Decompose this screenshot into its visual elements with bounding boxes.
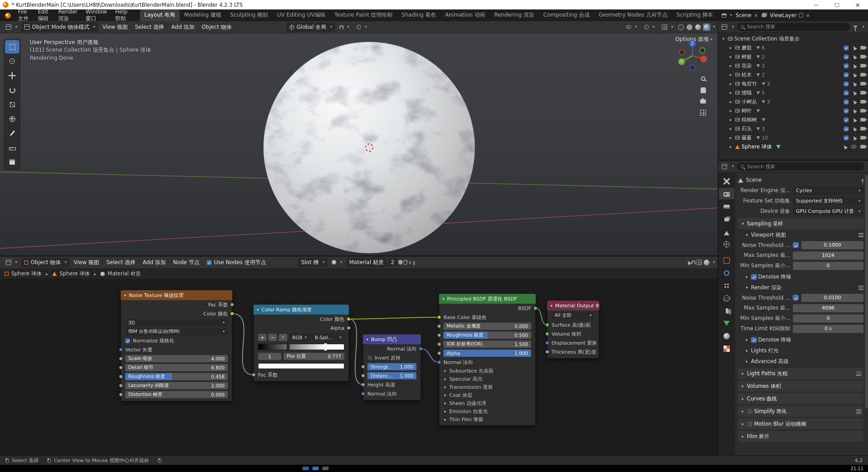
viewport-menu-object[interactable]: Object 物体 [199, 22, 235, 32]
material-name-field[interactable]: Material 材质 [346, 258, 387, 267]
properties-editor-icon[interactable] [722, 164, 727, 169]
subsection-lights[interactable]: ▸Lights 灯光 [744, 346, 863, 355]
menu-edit[interactable]: Edit 编辑 [34, 9, 54, 21]
node-overlay-icon[interactable] [696, 260, 702, 265]
slot-select[interactable]: Slot 槽▾ [298, 258, 328, 267]
filter-icon[interactable] [853, 26, 858, 28]
shader-menu-view[interactable]: View 视图 [71, 258, 102, 267]
taskbar-icon[interactable] [293, 467, 299, 470]
socket-surface-input[interactable] [545, 323, 549, 327]
viewport-menu-add[interactable]: Add 添加 [168, 22, 198, 32]
tab-view-layer[interactable] [719, 213, 734, 225]
tool-add-cube[interactable] [5, 155, 19, 169]
section-film[interactable]: ▸Film 胶片 [738, 431, 863, 442]
menu-window[interactable]: Window 窗口 [81, 9, 111, 21]
stop-color-swatch[interactable] [258, 363, 344, 369]
socket-bsdf-roughness-input[interactable] [437, 333, 441, 337]
taskbar-icon[interactable] [322, 467, 329, 470]
use-nodes-checkbox[interactable] [207, 260, 212, 265]
selectable-icon[interactable] [852, 45, 857, 50]
collection-checkbox[interactable] [844, 126, 849, 131]
collection-checkbox[interactable] [844, 81, 849, 86]
socket-scale-input[interactable] [119, 357, 123, 361]
bsdf-section-coat[interactable]: ▸Coat 涂层 [439, 391, 535, 399]
viewport-max-samples-field[interactable]: 1024 [793, 252, 863, 260]
render-visibility-icon[interactable] [860, 73, 865, 76]
socket-base-color-input[interactable] [437, 315, 441, 319]
motion-blur-checkbox[interactable] [747, 421, 753, 427]
socket-ior-input[interactable] [437, 342, 441, 346]
render-visibility-icon[interactable] [860, 118, 865, 121]
shading-rendered-button[interactable] [703, 23, 710, 31]
node-bump[interactable]: ▾Bump 凹凸 Normal 法向 Invert 反转 Strengt...1… [363, 334, 421, 400]
socket-detail-input[interactable] [119, 366, 123, 370]
add-stop-button[interactable]: + [258, 334, 267, 341]
scene-browse-icon[interactable] [722, 13, 727, 18]
selectable-icon[interactable] [852, 90, 857, 95]
socket-color-output[interactable] [230, 312, 234, 316]
outliner-row-2[interactable]: ▸花朵2 [718, 61, 868, 70]
bump-node-header[interactable]: ▾Bump 凹凸 [363, 334, 421, 344]
close-button[interactable]: × [847, 0, 868, 9]
socket-displacement-input[interactable] [545, 341, 549, 345]
bump-distance-slider[interactable]: Distanc...1.000 [367, 372, 416, 379]
viewlayer-selector[interactable]: ViewLayer × [768, 11, 812, 19]
selectable-icon[interactable] [852, 81, 857, 86]
noise-type-select[interactable]: fBM 分形布朗运动(fBM)▾ [125, 328, 228, 335]
section-sampling[interactable]: ▾Sampling 采样 [738, 218, 863, 229]
zoom-icon[interactable] [701, 76, 705, 81]
tool-annotate[interactable] [5, 126, 19, 140]
ramp-stop-0[interactable] [287, 343, 289, 351]
simplify-checkbox[interactable] [747, 409, 753, 414]
presets-icon[interactable] [856, 372, 861, 376]
socket-distortion-input[interactable] [119, 393, 123, 397]
socket-fac-output[interactable] [230, 303, 234, 307]
presets-icon[interactable] [859, 286, 863, 290]
render-visibility-icon[interactable] [860, 91, 865, 94]
selectable-icon[interactable] [842, 144, 848, 149]
collection-checkbox[interactable] [844, 99, 849, 104]
noise-lacunarity-slider[interactable]: Lacunarity 间隙度2.000 [125, 382, 228, 389]
properties-scrollbar[interactable] [865, 175, 868, 409]
shader-menu-select[interactable]: Select 选择 [103, 258, 139, 267]
tab-texture[interactable] [719, 343, 734, 354]
bsdf-section-emission[interactable]: ▸Emission 自发光 [439, 407, 535, 415]
viewport-min-samples-field[interactable]: 0 [793, 262, 863, 270]
collection-checkbox[interactable] [844, 90, 849, 95]
bsdf-section-sheen[interactable]: ▸Sheen 边缘光泽 [439, 399, 535, 407]
presets-icon[interactable] [859, 233, 863, 237]
shading-material-button[interactable] [694, 23, 702, 31]
socket-alpha-input[interactable] [437, 351, 441, 355]
shader-type-select[interactable]: Object 物体▾ [21, 258, 70, 267]
snap-cursor-icon[interactable] [686, 260, 692, 265]
ramp-tools-dropdown[interactable]: ▾ [279, 334, 287, 341]
section-motion-blur[interactable]: ▸Motion Blur 运动模糊 [738, 418, 863, 429]
socket-lacunarity-input[interactable] [119, 384, 123, 388]
tab-physics[interactable] [719, 292, 734, 304]
outliner-row-5[interactable]: ▸狸猫5 [718, 88, 868, 97]
node-principled-bsdf[interactable]: ▾Principled BSDF 原理化 BSDF BSDF Base Colo… [439, 294, 536, 426]
socket-roughness-input[interactable] [119, 375, 123, 379]
tab-constraints[interactable] [719, 305, 734, 316]
tool-transform[interactable] [5, 112, 19, 126]
tab-object[interactable] [719, 255, 734, 266]
socket-bump-normal-output[interactable] [419, 347, 423, 351]
outliner-search-input[interactable]: Search 搜索 [737, 23, 850, 31]
subsection-render[interactable]: ▾Render 渲染 [744, 283, 863, 292]
output-node-header[interactable]: ▾Material Output 材... [547, 301, 599, 310]
render-max-samples-field[interactable]: 4096 [793, 304, 863, 312]
clock[interactable]: 21:11 [850, 466, 863, 471]
outliner-row-9[interactable]: ▸石头3 [718, 124, 868, 133]
subsection-viewport[interactable]: ▾Viewport 视图 [744, 230, 863, 240]
navigation-gizmo[interactable]: Z Y [675, 39, 710, 73]
collection-checkbox[interactable] [844, 108, 849, 113]
color-ramp-gradient[interactable] [258, 344, 344, 350]
tab-scene[interactable] [719, 226, 734, 237]
use-nodes-toggle[interactable]: Use Nodes 使用节点 [203, 258, 269, 267]
collection-checkbox[interactable] [844, 54, 849, 59]
shading-solid-button[interactable] [686, 23, 693, 31]
viewlayer-add-icon[interactable] [799, 13, 803, 18]
tool-cursor[interactable] [5, 54, 19, 68]
subsection-advanced[interactable]: ▸Advanced 高级 [744, 356, 863, 366]
menu-render[interactable]: Render 渲染 [54, 9, 82, 21]
